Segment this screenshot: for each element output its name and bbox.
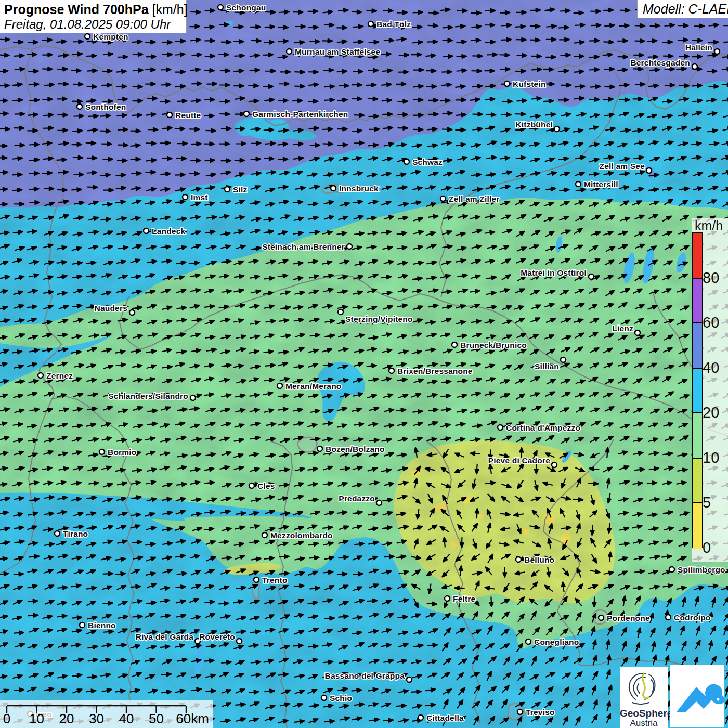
legend-segment [693,503,702,549]
city-marker [498,425,503,430]
city-marker [237,639,242,644]
city-marker [77,104,82,109]
legend-segment [693,279,702,324]
city-label: Landeck [152,227,185,236]
city-label: Bozen/Bolzano [326,445,385,453]
city-label: Kitzbühel [515,120,553,129]
city-marker [225,187,230,192]
city-marker [99,449,105,454]
city-label: Cortina d'Ampezzo [506,423,580,432]
legend-segment [693,459,702,504]
city-label: Schio [330,694,352,703]
city-label: Spilimbergo [678,565,725,574]
city-label: Mittersill [584,180,618,189]
city-marker [517,709,523,714]
city-marker [404,159,409,164]
legend-colorbar [692,232,703,548]
city-marker [144,228,149,233]
city-label: Bruneck/Brunico [460,341,527,349]
logo-name: GeoSphere [620,708,668,719]
city-label: Mezzolombardo [270,531,333,540]
city-label: Bad Tölz [376,20,411,29]
city-marker [183,194,188,200]
city-label: Imst [191,193,208,202]
city-marker [389,368,394,373]
city-marker [218,5,223,10]
city-marker [589,274,594,279]
city-label: Kempten [93,32,128,41]
city-marker [407,677,412,682]
city-marker [277,383,282,388]
city-label: Sonthofen [85,102,126,111]
city-marker [561,357,566,362]
city-marker [338,309,343,315]
weather-map-screenshot: SchongauBad TölzKemptenMurnau am Staffel… [0,0,728,728]
city-marker [666,615,671,620]
city-marker [55,531,60,536]
city-marker [445,596,450,601]
forecast-datetime: Freitag, 01.08.2025 09:00 Uhr [4,17,171,32]
city-marker [504,81,510,86]
scalebar-distance-label: 50 [149,711,164,726]
city: Brixen/Bressanone [389,367,473,375]
city-label: Sillian [535,362,559,371]
page-title: Prognose Wind 700hPa [km/h] [4,2,188,17]
city-label: Conegliano [534,638,579,646]
title-parameter: Prognose Wind 700hPa [4,2,149,17]
city: Murnau am Staffelsee [287,47,380,56]
city-label: Matrei in Osttirol [521,268,587,277]
city-marker [287,49,292,54]
city-marker [452,342,457,347]
city-marker [167,112,172,118]
city-marker [599,615,604,620]
city-marker [646,168,652,173]
legend-tick-label: 0 [703,539,728,556]
city: Spilimbergo [669,565,725,574]
city-marker [38,373,43,378]
legend-tick-label: 80 [703,269,728,287]
city-label: Sterzing/Vipiteno [345,315,413,323]
city-marker [418,715,423,720]
city: Bruneck/Brunico [452,341,527,349]
mountain-cloud-icon [670,665,724,727]
city-marker [254,577,259,582]
city-marker [692,64,697,69]
city-marker [714,49,720,54]
city-label: Garmisch-Partenkirchen [252,110,348,119]
city: Mezzolombardo [262,531,333,540]
geosphere-contour-icon [620,667,668,708]
legend-tick-label: 10 [703,449,728,466]
city-label: Bassano del Grappa [325,671,405,680]
city-label: Schwaz [412,158,443,166]
city-marker [249,483,254,488]
city-label: Cles [257,482,275,490]
city-label: Bormio [108,448,136,457]
city-label: Kufstein [513,80,546,88]
weather-map: SchongauBad TölzKemptenMurnau am Staffel… [0,0,728,728]
city: Meran/Merano [277,382,341,391]
city-marker [317,446,322,451]
city-marker [576,181,581,187]
geosphere-logo-box: GeoSphere Austria [620,667,668,728]
city-marker [190,395,196,400]
title-unit: [km/h] [149,2,188,17]
legend-tick-label: 60 [703,314,728,331]
city-label: Meran/Merano [285,382,341,391]
legend-tick-label: 20 [703,404,728,421]
city-marker [376,500,382,505]
city-label: Berchtesgaden [630,58,690,67]
city: Garmisch-Partenkirchen [244,110,348,119]
model-label: Modell: C-LAEF [643,2,728,17]
city-label: Tirano [63,529,88,538]
city-marker [80,622,85,628]
scalebar-distance-label: 10 [29,711,44,726]
city-marker [669,567,674,572]
city-marker [526,639,531,644]
city-label: Brixen/Bressanone [397,367,473,375]
city: Cortina d'Ampezzo [498,423,580,432]
city-marker [347,244,352,249]
city-marker [440,196,446,201]
city-label: Zell am See [600,162,645,171]
city-marker [635,330,640,335]
city-label: Riva del Garda [136,632,194,641]
